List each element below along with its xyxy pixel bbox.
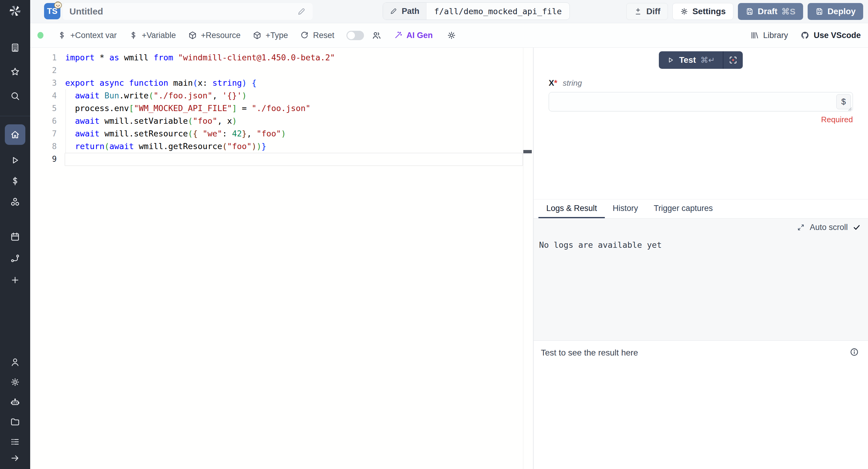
script-title: Untitled xyxy=(69,6,103,17)
code-line-9[interactable]: 9 xyxy=(30,153,533,165)
line-content[interactable]: process.env["WM_MOCKED_API_FILE"] = "./f… xyxy=(57,102,311,115)
required-asterisk: * xyxy=(554,79,557,88)
toolbar-type[interactable]: +Type xyxy=(253,31,288,40)
line-content[interactable] xyxy=(57,64,65,77)
dollar-icon xyxy=(129,31,138,40)
arrow-right-icon xyxy=(10,453,20,463)
draft-shortcut: ⌘S xyxy=(781,7,796,17)
code-editor[interactable]: 1import * as wmill from "windmill-client… xyxy=(30,48,533,469)
code-area[interactable]: 1import * as wmill from "windmill-client… xyxy=(30,51,533,165)
info-icon[interactable] xyxy=(849,347,859,357)
argument-input-wrap: $ xyxy=(549,92,853,113)
sidebar-item-cubes[interactable] xyxy=(10,196,21,207)
code-line-6[interactable]: 6 await wmill.setVariable("foo", x) xyxy=(30,115,533,127)
tab-trigger-captures[interactable]: Trigger captures xyxy=(646,199,721,218)
sidebar-item-arrow-right[interactable] xyxy=(10,453,21,464)
argument-input[interactable] xyxy=(549,92,853,112)
sidebar-item-user[interactable] xyxy=(10,357,21,368)
sidebar-item-calendar[interactable] xyxy=(10,231,21,242)
toolbar-variable[interactable]: +Variable xyxy=(129,31,176,40)
sidebar-item-plus[interactable] xyxy=(10,275,21,285)
edit-title-pencil-icon[interactable] xyxy=(297,7,306,16)
argument-type: string xyxy=(563,79,582,88)
code-line-7[interactable]: 7 await wmill.setResource({ "we": 42}, "… xyxy=(30,127,533,140)
code-line-4[interactable]: 4 await Bun.write("./foo.json", '{}') xyxy=(30,89,533,102)
deploy-button[interactable]: Deploy xyxy=(808,3,863,20)
sidebar-primary-group xyxy=(0,124,30,207)
argument-label-row: X* string xyxy=(549,79,853,88)
sidebar-item-building[interactable] xyxy=(10,42,21,53)
test-shortcut: ⌘↵ xyxy=(701,56,715,65)
capture-test-button[interactable] xyxy=(723,51,743,69)
route-icon xyxy=(10,253,20,263)
toolbar-reset[interactable]: Reset xyxy=(300,31,334,40)
line-number: 8 xyxy=(30,140,57,153)
code-line-1[interactable]: 1import * as wmill from "windmill-client… xyxy=(30,51,533,64)
script-title-field[interactable]: Untitled xyxy=(63,3,313,20)
diff-icon xyxy=(634,7,642,16)
windmill-logo[interactable] xyxy=(8,4,22,18)
toolbar-button-label: +Context var xyxy=(70,31,117,40)
test-button[interactable]: Test ⌘↵ xyxy=(659,51,722,69)
code-line-8[interactable]: 8 return(await wmill.getResource("foo"))… xyxy=(30,140,533,153)
settings-button[interactable]: Settings xyxy=(673,3,733,20)
line-content[interactable]: import * as wmill from "windmill-client@… xyxy=(57,51,335,64)
draft-button[interactable]: Draft ⌘S xyxy=(738,3,803,20)
use-vscode-button[interactable]: Use VScode xyxy=(800,30,861,40)
bun-runtime-icon xyxy=(53,0,63,10)
sidebar-item-search[interactable] xyxy=(10,91,21,101)
building-icon xyxy=(10,42,20,53)
resize-grip-icon[interactable] xyxy=(847,106,852,112)
sidebar-item-play[interactable] xyxy=(10,155,21,166)
settings-label: Settings xyxy=(692,7,725,16)
path-selector[interactable]: Path f/all/demo_mocked_api_file xyxy=(383,2,570,20)
diff-button[interactable]: Diff xyxy=(626,3,668,20)
line-content[interactable] xyxy=(57,153,65,165)
expand-icon[interactable] xyxy=(797,223,805,231)
users-icon[interactable] xyxy=(372,30,381,40)
robot-icon xyxy=(10,397,20,407)
ai-gen-button[interactable]: AI Gen xyxy=(394,31,433,40)
sidebar-item-folder[interactable] xyxy=(10,416,21,427)
library-button[interactable]: Library xyxy=(750,31,788,40)
toolbar-resource[interactable]: +Resource xyxy=(188,31,241,40)
toolbar-context-var[interactable]: +Context var xyxy=(57,31,117,40)
result-placeholder: Test to see the result here xyxy=(541,348,638,357)
dollar-icon xyxy=(10,176,20,186)
overview-ruler[interactable] xyxy=(523,48,523,469)
path-button[interactable]: Path xyxy=(383,3,427,20)
calendar-icon xyxy=(10,231,20,242)
multiplayer-toggle[interactable] xyxy=(346,31,364,40)
list-icon xyxy=(10,437,20,447)
tab-history[interactable]: History xyxy=(605,199,646,218)
sidebar-item-gear[interactable] xyxy=(10,377,21,387)
cubes-icon xyxy=(10,197,20,207)
code-line-2[interactable]: 2 xyxy=(30,64,533,77)
line-number: 2 xyxy=(30,64,57,77)
toolbar-button-label: Reset xyxy=(313,31,334,40)
result-tabs: Logs & ResultHistoryTrigger captures xyxy=(534,199,868,219)
toolbar-button-label: +Variable xyxy=(142,31,176,40)
topbar: TS Untitled Path f/all/demo_mocked_api_f… xyxy=(30,0,868,23)
path-value[interactable]: f/all/demo_mocked_api_file xyxy=(427,3,570,20)
sidebar-item-route[interactable] xyxy=(10,253,21,264)
line-content[interactable]: await wmill.setResource({ "we": 42}, "fo… xyxy=(57,127,286,140)
line-number: 1 xyxy=(30,51,57,64)
result-area: Test to see the result here xyxy=(534,340,868,469)
line-content[interactable]: await wmill.setVariable("foo", x) xyxy=(57,115,237,127)
autoscroll-toggle[interactable]: Auto scroll xyxy=(797,223,861,232)
line-content[interactable]: await Bun.write("./foo.json", '{}') xyxy=(57,89,247,102)
line-content[interactable]: export async function main(x: string) { xyxy=(57,77,256,89)
sidebar-item-dollar[interactable] xyxy=(10,176,21,187)
code-line-3[interactable]: 3export async function main(x: string) { xyxy=(30,77,533,89)
sidebar-item-star[interactable] xyxy=(10,66,21,77)
tab-logs-result[interactable]: Logs & Result xyxy=(538,199,605,218)
sidebar-item-list[interactable] xyxy=(10,436,21,447)
line-content[interactable]: return(await wmill.getResource("foo"))} xyxy=(57,140,267,153)
code-line-5[interactable]: 5 process.env["WM_MOCKED_API_FILE"] = ".… xyxy=(30,102,533,115)
gear-icon[interactable] xyxy=(447,30,456,40)
toolbar-button-label: +Resource xyxy=(201,31,241,40)
sidebar-item-robot[interactable] xyxy=(10,397,21,407)
sidebar-item-home[interactable] xyxy=(5,124,25,145)
arguments-form: X* string $ Required xyxy=(534,79,868,124)
